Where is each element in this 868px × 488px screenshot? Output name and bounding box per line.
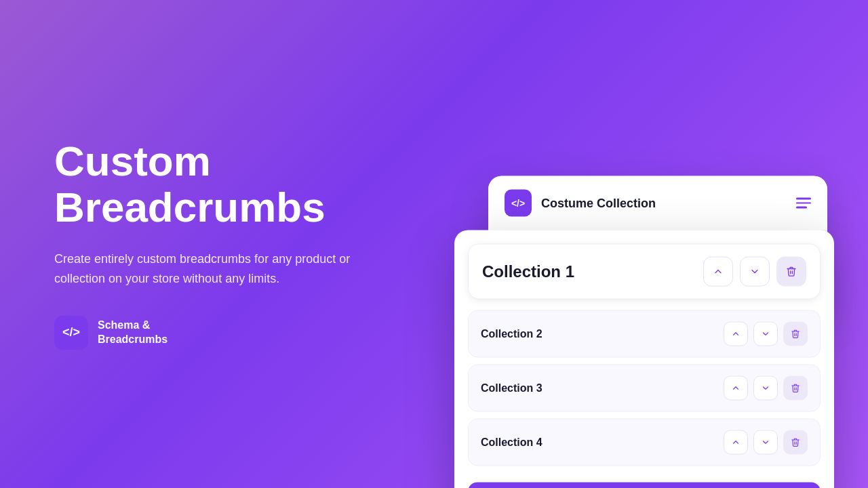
chevron-down-icon	[761, 438, 770, 447]
brand-icon: </>	[54, 316, 88, 350]
chevron-down-icon	[761, 329, 770, 339]
collection-2-down-button[interactable]	[753, 322, 778, 346]
chevron-up-icon	[713, 266, 724, 277]
trash-icon	[791, 329, 800, 339]
trash-icon	[791, 384, 800, 393]
collection-panel: Collection 1 C	[454, 230, 834, 489]
collection-2-actions	[724, 322, 808, 346]
collection-4-down-button[interactable]	[753, 430, 778, 455]
main-title: Custom Breadcrumbs	[54, 138, 366, 230]
trash-icon	[791, 438, 800, 447]
chevron-up-icon	[731, 384, 741, 393]
collection-4-delete-button[interactable]	[783, 430, 808, 455]
collection-3-actions	[724, 376, 808, 401]
collection-4-name: Collection 4	[481, 436, 724, 449]
collection-1-delete-button[interactable]	[776, 257, 806, 287]
collection-4-up-button[interactable]	[724, 430, 748, 455]
left-section: Custom Breadcrumbs Create entirely custo…	[54, 138, 366, 350]
collection-2-name: Collection 2	[481, 328, 724, 340]
collection-featured-row: Collection 1	[468, 244, 821, 300]
chevron-up-icon	[731, 438, 741, 447]
collection-3-row: Collection 3	[468, 365, 821, 412]
collection-3-up-button[interactable]	[724, 376, 748, 401]
collection-1-up-button[interactable]	[703, 257, 733, 287]
collection-1-name: Collection 1	[482, 262, 703, 281]
collection-2-up-button[interactable]	[724, 322, 748, 346]
chevron-up-icon	[731, 329, 741, 339]
save-breadcrumbs-button[interactable]: Save Breadcrumbs	[468, 483, 821, 489]
subtitle-text: Create entirely custom breadcrumbs for a…	[54, 249, 366, 289]
collection-1-actions	[703, 257, 806, 287]
app-icon: </>	[505, 190, 532, 217]
collection-1-down-button[interactable]	[740, 257, 770, 287]
app-header: </> Costume Collection	[488, 176, 827, 231]
collection-2-row: Collection 2	[468, 310, 821, 358]
collection-3-name: Collection 3	[481, 382, 724, 394]
app-title: Costume Collection	[541, 196, 787, 210]
ui-section: </> Costume Collection Select Collection…	[488, 176, 827, 312]
collection-3-delete-button[interactable]	[783, 376, 808, 401]
collection-3-down-button[interactable]	[753, 376, 778, 401]
collection-2-delete-button[interactable]	[783, 322, 808, 346]
collection-4-row: Collection 4	[468, 419, 821, 466]
brand-badge: </> Schema &Breadcrumbs	[54, 316, 366, 350]
hamburger-menu-icon[interactable]	[796, 198, 811, 209]
chevron-down-icon	[761, 384, 770, 393]
brand-name: Schema &Breadcrumbs	[98, 319, 167, 347]
trash-icon	[786, 266, 797, 277]
collection-4-actions	[724, 430, 808, 455]
chevron-down-icon	[749, 266, 760, 277]
